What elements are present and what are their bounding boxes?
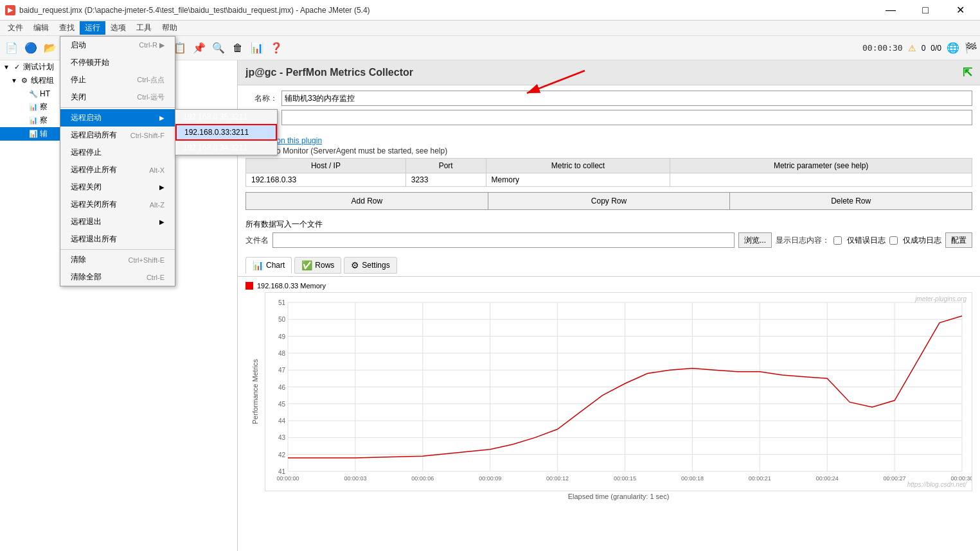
legend-color-box	[245, 282, 253, 290]
svg-text:00:00:03: 00:00:03	[344, 475, 366, 482]
file-name-input[interactable]	[272, 232, 735, 248]
toolbar-open[interactable]: 📂	[41, 39, 59, 57]
menu-remote-exit-all[interactable]: 远程退出所有	[60, 231, 175, 248]
svg-text:00:00:06: 00:00:06	[411, 475, 434, 482]
menu-remote-start-all[interactable]: 远程启动所有 Ctrl-Shift-F	[60, 127, 175, 144]
all-data-label-row: 所有数据写入一个文件	[245, 219, 972, 230]
col-port: Port	[405, 159, 486, 173]
svg-text:48: 48	[278, 350, 286, 357]
comment-row: 注释：	[245, 110, 972, 125]
warning-count: 0	[922, 44, 926, 53]
svg-text:46: 46	[278, 384, 286, 391]
add-row-button[interactable]: Add Row	[245, 192, 488, 210]
panel-title-bar: jp@gc - PerfMon Metrics Collector ⇱	[238, 60, 980, 85]
svg-text:00:00:27: 00:00:27	[884, 475, 906, 482]
remote-192-33[interactable]: 192.168.0.33:3211	[175, 124, 277, 141]
svg-text:50: 50	[278, 316, 286, 323]
menu-remote-stop[interactable]: 远程停止	[60, 144, 175, 161]
svg-text:00:00:15: 00:00:15	[614, 475, 636, 482]
panel-title-text: jp@gc - PerfMon Metrics Collector	[245, 67, 413, 78]
title-bar: ▶ baidu_request.jmx (D:\apache-jmeter-5.…	[0, 0, 980, 21]
content-panel: jp@gc - PerfMon Metrics Collector ⇱ 名称：	[238, 60, 980, 551]
chart-tab-icon: 📊	[253, 260, 263, 270]
server-section: Servers to Monitor (ServerAgent must be …	[238, 146, 980, 187]
file-name-row: 文件名 浏览... 显示日志内容： 仅错误日志 仅成功日志 配置	[245, 232, 972, 248]
success-log-checkbox[interactable]	[889, 236, 898, 245]
log-content-label: 显示日志内容：	[776, 235, 830, 246]
menu-run[interactable]: 运行	[80, 21, 105, 35]
svg-text:49: 49	[278, 333, 286, 340]
menu-bar: 文件 编辑 查找 运行 选项 工具 帮助 启动 Ctrl-R ▶ 不停顿开始 停…	[0, 21, 980, 36]
col-param: Metric parameter (see help)	[670, 159, 972, 173]
menu-stop[interactable]: 停止 Ctrl-点点	[60, 71, 175, 89]
menu-clear-all[interactable]: 清除全部 Ctrl-E	[60, 268, 175, 286]
help-section: ℹ Help on this plugin	[238, 134, 980, 146]
sep-1	[60, 107, 175, 108]
flag-icon: 🏁	[965, 42, 977, 54]
remote-start-submenu: 192.168.0.35:3211 192.168.0.33:3211 192.…	[175, 109, 278, 155]
menu-start-no-pause[interactable]: 不停顿开始	[60, 54, 175, 71]
svg-text:41: 41	[278, 468, 286, 475]
menu-options[interactable]: 选项	[105, 21, 131, 35]
expand-icon: ⇱	[963, 66, 972, 80]
svg-text:00:00:12: 00:00:12	[546, 475, 569, 482]
close-button[interactable]: ✕	[945, 0, 975, 21]
browse-button[interactable]: 浏览...	[738, 232, 772, 248]
toolbar-help[interactable]: ❓	[267, 39, 285, 57]
timer-display: 00:00:30	[862, 43, 903, 53]
toolbar-search[interactable]: 🔍	[209, 39, 227, 57]
delete-row-button[interactable]: Delete Row	[729, 192, 972, 210]
table-row: 192.168.0.333233Memory	[246, 173, 972, 187]
chart-watermark: jmeter-plugins.org	[915, 295, 967, 302]
copy-row-button[interactable]: Copy Row	[488, 192, 730, 210]
menu-edit[interactable]: 编辑	[28, 21, 54, 35]
run-menu-dropdown: 启动 Ctrl-R ▶ 不停顿开始 停止 Ctrl-点点 关闭 Ctrl-远号 …	[60, 36, 175, 286]
tab-settings[interactable]: ⚙ Settings	[344, 257, 396, 274]
menu-remote-exit[interactable]: 远程退出 ▶	[60, 213, 175, 231]
svg-text:00:00:18: 00:00:18	[681, 475, 704, 482]
tab-settings-label: Settings	[362, 261, 389, 270]
y-axis-label: Performance Metrics	[251, 359, 259, 424]
toolbar-templates[interactable]: 🔵	[22, 39, 40, 57]
menu-remote-close[interactable]: 远程关闭 ▶	[60, 179, 175, 196]
remote-192-34[interactable]: 192.168.0.34:3211	[175, 141, 277, 155]
toolbar-clear[interactable]: 🗑	[229, 39, 247, 57]
menu-help[interactable]: 帮助	[157, 21, 183, 35]
name-input[interactable]	[281, 91, 972, 106]
toolbar-paste[interactable]: 📌	[190, 39, 208, 57]
menu-remote-start[interactable]: 远程启动 ▶ 192.168.0.35:3211 192.168.0.33:32…	[60, 109, 175, 127]
menu-remote-stop-all[interactable]: 远程停止所有 Alt-X	[60, 161, 175, 179]
table-buttons: Add Row Copy Row Delete Row	[245, 192, 972, 210]
minimize-button[interactable]: —	[876, 0, 905, 21]
globe-icon: 🌐	[947, 42, 959, 54]
menu-search[interactable]: 查找	[54, 21, 80, 35]
menu-remote-close-all[interactable]: 远程关闭所有 Alt-Z	[60, 196, 175, 213]
menu-clear[interactable]: 清除 Ctrl+Shift-E	[60, 251, 175, 268]
tab-rows-label: Rows	[315, 261, 334, 270]
err-log-label[interactable]: 仅错误日志	[833, 235, 886, 246]
name-label: 名称：	[245, 93, 278, 104]
svg-text:51: 51	[278, 299, 286, 306]
settings-tab-icon: ⚙	[351, 260, 359, 270]
legend-label: 192.168.0.33 Memory	[257, 282, 326, 290]
tab-rows[interactable]: ✅ Rows	[294, 257, 341, 274]
tab-chart-label: Chart	[266, 261, 285, 270]
title-bar-left: ▶ baidu_request.jmx (D:\apache-jmeter-5.…	[5, 5, 370, 15]
error-count: 0/0	[931, 44, 941, 53]
remote-192-35[interactable]: 192.168.0.35:3211	[175, 110, 277, 124]
config-button[interactable]: 配置	[945, 232, 972, 248]
success-log-label[interactable]: 仅成功日志	[889, 235, 941, 246]
comment-input[interactable]	[281, 110, 972, 125]
menu-file[interactable]: 文件	[3, 21, 28, 35]
menu-start[interactable]: 启动 Ctrl-R ▶	[60, 37, 175, 54]
col-metric: Metric to collect	[486, 159, 670, 173]
err-log-checkbox[interactable]	[833, 236, 842, 245]
servers-label: Servers to Monitor (ServerAgent must be …	[245, 146, 972, 155]
success-log-text: 仅成功日志	[903, 235, 941, 246]
menu-shutdown[interactable]: 关闭 Ctrl-远号	[60, 89, 175, 106]
tab-chart[interactable]: 📊 Chart	[245, 257, 292, 274]
toolbar-new[interactable]: 📄	[3, 39, 21, 57]
menu-tools[interactable]: 工具	[131, 21, 157, 35]
toolbar-list[interactable]: 📊	[248, 39, 266, 57]
maximize-button[interactable]: □	[911, 0, 940, 21]
